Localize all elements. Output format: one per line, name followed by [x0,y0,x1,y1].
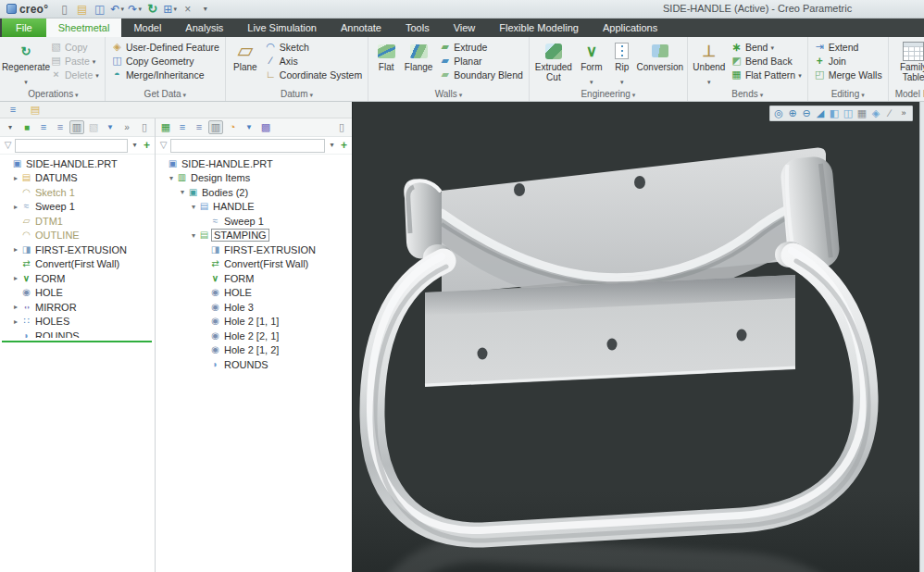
ribbon-tab[interactable]: Live Simulation [235,19,329,37]
model-tree-tab[interactable] [6,104,20,117]
join-button[interactable]: Join [811,54,885,68]
list-view-button[interactable] [36,120,51,134]
zoom[interactable] [772,107,785,119]
tree-item[interactable]: HOLE [157,286,352,301]
bend-back-button[interactable]: Bend Back [728,54,805,68]
columns-button[interactable] [208,120,223,134]
planar-button[interactable]: Planar [436,54,526,68]
tree-item[interactable]: SIDE-HANDLE.PRT [2,156,155,171]
tree-item[interactable]: HOLE [2,286,155,301]
tree-item[interactable]: MIRROR [2,300,155,315]
redo-button[interactable] [127,2,143,17]
coordinate-system-button[interactable]: Coordinate System [262,68,365,81]
folder-browser-tab[interactable] [28,104,43,117]
tree-item[interactable]: FIRST-EXTRUSION [2,242,155,257]
right-panel-edge[interactable] [919,102,924,572]
expand-arrow-icon[interactable] [11,174,20,182]
insert-here-indicator[interactable] [2,341,152,342]
delete-button[interactable]: Delete [47,68,102,81]
search-options-icon[interactable] [130,142,140,149]
graphics-viewport[interactable] [352,102,919,572]
ribbon-tab[interactable]: Analysis [173,19,235,37]
tree-options-button[interactable] [3,120,18,134]
list-view-button[interactable] [175,120,190,134]
tree-item[interactable]: Design Items [157,171,352,186]
clear-search-icon[interactable] [118,141,126,151]
tree-item[interactable]: Hole 2 [1, 1] [157,315,352,330]
view-images[interactable] [855,107,868,119]
saved-orientations[interactable] [842,107,855,119]
zoom-out[interactable] [800,107,813,119]
merge-walls-button[interactable]: Merge Walls [811,68,885,81]
tree-item[interactable]: HANDLE [157,200,352,215]
tree-item[interactable]: Convert(First Wall) [157,257,352,272]
clipboard-button[interactable] [86,120,101,134]
expand-arrow-icon[interactable] [11,203,20,211]
settings-file-button[interactable] [334,120,349,134]
more-tools-button[interactable] [119,120,134,134]
tree-item[interactable]: Bodies (2) [157,185,352,200]
ribbon-tab[interactable]: Annotate [329,19,393,37]
refit[interactable] [814,107,827,119]
new-button[interactable] [56,2,72,17]
tree-item[interactable]: FORM [157,271,352,286]
ribbon-tab[interactable]: File [2,19,46,37]
tree-item[interactable]: DTM1 [2,214,155,229]
tree-item[interactable]: Sweep 1 [157,214,352,229]
extruded-cut-button[interactable]: Extruded Cut [532,37,575,82]
close-window-button[interactable] [180,2,195,17]
tree-item[interactable]: SIDE-HANDLE.PRT [157,156,352,171]
copy-geometry-button[interactable]: Copy Geometry [108,54,222,68]
save-button[interactable] [92,2,107,17]
add-search-icon[interactable] [339,140,349,151]
expand-arrow-icon[interactable] [11,274,20,282]
tree-item[interactable]: Sweep 1 [2,200,155,215]
tree-item[interactable]: STAMPING [157,229,352,243]
regenerate-quick-button[interactable] [144,2,160,17]
tree-item[interactable]: Sketch 1 [2,185,155,200]
tree-filters-button[interactable] [103,120,118,134]
bends-group-label[interactable]: Bends [691,88,805,101]
plane-button[interactable]: Plane [229,37,262,72]
regenerate-button[interactable]: Regenerate [5,37,47,87]
tree-item[interactable]: ROUNDS [157,357,352,372]
display-pane-button[interactable] [258,120,273,134]
show-model-button[interactable] [19,120,34,134]
expand-arrow-icon[interactable] [11,303,20,311]
search-options-icon[interactable] [327,142,337,149]
overflow[interactable] [897,107,910,119]
expand-arrow-icon[interactable] [11,317,20,326]
expand-arrow-icon[interactable] [178,188,187,196]
tree-item[interactable]: ROUNDS [2,329,155,338]
user-defined-feature-button[interactable]: User-Defined Feature [108,40,222,54]
display-style[interactable] [828,107,841,119]
view-manager[interactable] [869,107,882,119]
flange-wall-button[interactable]: Flange [401,37,436,72]
operations-group-label[interactable]: Operations [5,88,102,101]
axis-button[interactable]: Axis [262,54,365,68]
expand-arrow-icon[interactable] [189,231,198,240]
ribbon-tab[interactable]: View [442,19,488,37]
unbend-button[interactable]: Unbend [691,37,728,87]
walls-group-label[interactable]: Walls [371,88,526,101]
expand-arrow-icon[interactable] [167,174,176,182]
engineering-group-label[interactable]: Engineering [532,88,684,101]
conversion-button[interactable]: Conversion [636,37,684,72]
settings-file-button[interactable] [137,120,152,134]
undo-button[interactable] [109,2,125,17]
flat-wall-button[interactable]: Flat [371,37,401,72]
open-button[interactable] [74,2,90,17]
family-table-button[interactable]: Family Table [892,37,924,82]
design-tree-search-input[interactable] [170,139,325,153]
tree-item[interactable]: FORM [2,271,155,286]
detail-list-button[interactable] [192,120,206,134]
merge-inheritance-button[interactable]: Merge/Inheritance [108,68,222,81]
model-display-button[interactable] [162,2,178,17]
clear-search-icon[interactable] [315,141,323,151]
get-data-group-label[interactable]: Get Data [108,88,222,101]
tree-item[interactable]: OUTLINE [2,229,155,243]
tree-item[interactable]: DATUMS [2,171,155,186]
datum-display[interactable] [883,107,896,119]
design-tree-button[interactable] [158,120,173,134]
highlight-button[interactable] [225,120,240,134]
